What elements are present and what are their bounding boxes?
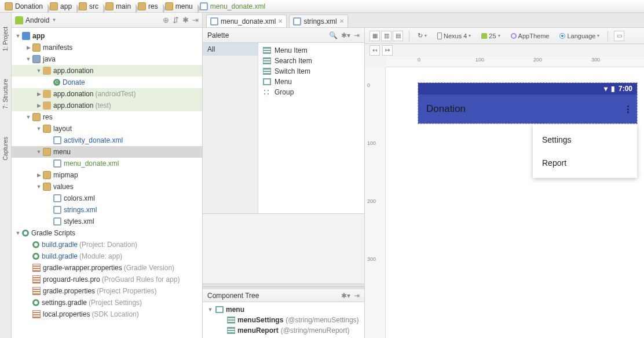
clock-label: 7:00 bbox=[619, 85, 632, 93]
palette-category-all[interactable]: All bbox=[203, 43, 258, 56]
palette-item[interactable]: Group bbox=[261, 87, 362, 97]
tree-node[interactable]: ▶mipmap bbox=[12, 169, 202, 181]
palette-item[interactable]: Search Item bbox=[261, 56, 362, 66]
tree-node[interactable]: local.properties (SDK Location) bbox=[12, 308, 202, 320]
breadcrumb[interactable]: Donationappsrcmainresmenumenu_donate.xml bbox=[0, 0, 644, 13]
component-node[interactable]: ▼menu bbox=[205, 304, 362, 315]
component-tree[interactable]: ▼menumenuSettings (@string/menuSettings)… bbox=[203, 302, 364, 338]
tree-node[interactable]: ▼Gradle Scripts bbox=[12, 227, 202, 239]
tree-node[interactable]: ▶manifests bbox=[12, 42, 202, 53]
api-dropdown[interactable]: 25▾ bbox=[479, 32, 502, 39]
expand-icon[interactable]: ▼ bbox=[25, 114, 31, 120]
gear-icon[interactable]: ✱▾ bbox=[341, 292, 350, 300]
rail-structure[interactable]: 7: Structure bbox=[1, 77, 10, 111]
view-both-icon[interactable]: ▤ bbox=[393, 31, 403, 41]
breadcrumb-item[interactable]: menu_donate.xml bbox=[197, 2, 270, 10]
project-tree[interactable]: ▼app▶manifests▼java▼app.donationCDonate▶… bbox=[12, 28, 202, 338]
hide-icon[interactable]: ⇥ bbox=[354, 31, 360, 39]
xml-icon bbox=[53, 136, 61, 144]
palette-item[interactable]: Menu bbox=[261, 77, 362, 87]
expand-icon[interactable]: ▶ bbox=[25, 45, 31, 50]
gradle-icon bbox=[22, 230, 29, 237]
tree-node[interactable]: settings.gradle (Project Settings) bbox=[12, 297, 202, 308]
overflow-menu[interactable]: SettingsReport bbox=[533, 125, 637, 178]
expand-icon[interactable]: ▶ bbox=[36, 172, 42, 178]
breadcrumb-item[interactable]: Donation bbox=[2, 2, 47, 10]
tree-node[interactable]: gradle-wrapper.properties (Gradle Versio… bbox=[12, 262, 202, 274]
pan-left-icon[interactable]: ↤ bbox=[369, 45, 380, 56]
close-icon[interactable]: ✕ bbox=[339, 18, 344, 24]
breadcrumb-item[interactable]: app bbox=[47, 2, 76, 10]
device-preview[interactable]: ▾ ▮ 7:00 Donation SettingsReport bbox=[418, 82, 638, 124]
tree-node[interactable]: ▼app bbox=[12, 30, 202, 42]
tree-node[interactable]: colors.xml bbox=[12, 192, 202, 204]
hide-icon[interactable]: ⇥ bbox=[354, 292, 360, 300]
tree-node[interactable]: menu_donate.xml bbox=[12, 158, 202, 169]
editor-tabs[interactable]: menu_donate.xml✕strings.xml✕ bbox=[203, 13, 644, 28]
app-title: Donation bbox=[426, 103, 466, 115]
editor-tab[interactable]: strings.xml✕ bbox=[289, 14, 347, 27]
tree-node[interactable]: build.gradle (Module: app) bbox=[12, 250, 202, 262]
tree-node[interactable]: ▶app.donation (androidTest) bbox=[12, 88, 202, 100]
rail-project[interactable]: 1: Project bbox=[1, 24, 10, 53]
expand-icon[interactable]: ▶ bbox=[36, 91, 42, 97]
view-design-icon[interactable]: ▦ bbox=[369, 31, 380, 41]
tree-node[interactable]: strings.xml bbox=[12, 204, 202, 216]
close-icon[interactable]: ✕ bbox=[278, 18, 283, 24]
breadcrumb-item[interactable]: src bbox=[76, 2, 103, 10]
editor-tab[interactable]: menu_donate.xml✕ bbox=[206, 14, 287, 27]
gear-icon[interactable]: ✱▾ bbox=[341, 31, 350, 39]
tree-node[interactable]: ▼layout bbox=[12, 123, 202, 135]
hide-icon[interactable]: ⇥ bbox=[192, 16, 199, 24]
component-node[interactable]: menuSettings (@string/menuSettings) bbox=[205, 315, 362, 325]
tree-node[interactable]: ▼app.donation bbox=[12, 65, 202, 77]
palette-item[interactable]: Menu Item bbox=[261, 45, 362, 56]
collapse-icon[interactable]: ⊕ bbox=[163, 16, 169, 24]
expand-icon[interactable]: ▼ bbox=[36, 68, 42, 74]
theme-dropdown[interactable]: AppTheme bbox=[508, 32, 552, 39]
orientation-dropdown[interactable]: ↻▾ bbox=[415, 32, 429, 39]
tree-node[interactable]: proguard-rules.pro (ProGuard Rules for a… bbox=[12, 274, 202, 285]
component-node[interactable]: menuReport (@string/menuReport) bbox=[205, 325, 362, 336]
menu-item[interactable]: Settings bbox=[533, 128, 637, 151]
view-blueprint-icon[interactable]: ▥ bbox=[381, 31, 391, 41]
expand-icon[interactable]: ▶ bbox=[36, 103, 42, 108]
palette-item-icon bbox=[263, 78, 271, 85]
gradle-icon bbox=[32, 299, 39, 306]
breadcrumb-item[interactable]: menu bbox=[163, 2, 197, 10]
project-view-label[interactable]: Android bbox=[25, 16, 49, 24]
tree-node[interactable]: build.gradle (Project: Donation) bbox=[12, 239, 202, 250]
search-icon[interactable]: 🔍 bbox=[329, 31, 338, 39]
tree-label: layout bbox=[53, 125, 72, 133]
tree-node[interactable]: ▼res bbox=[12, 111, 202, 123]
tree-label: activity_donate.xml bbox=[64, 136, 123, 144]
tree-node[interactable]: gradle.properties (Project Properties) bbox=[12, 285, 202, 297]
expand-icon[interactable]: ▼ bbox=[15, 230, 21, 236]
breadcrumb-item[interactable]: res bbox=[136, 2, 163, 10]
palette-title: Palette bbox=[207, 31, 229, 39]
breadcrumb-item[interactable]: main bbox=[103, 2, 136, 10]
gear-icon[interactable]: ✱ bbox=[182, 16, 189, 24]
palette-item[interactable]: Switch Item bbox=[261, 66, 362, 77]
expand-icon[interactable]: ▼ bbox=[15, 33, 21, 39]
tree-node[interactable]: ▼values bbox=[12, 181, 202, 192]
tree-node[interactable]: ▼java bbox=[12, 53, 202, 65]
expand-icon[interactable]: ▼ bbox=[25, 56, 31, 62]
pan-right-icon[interactable]: ↦ bbox=[382, 45, 393, 56]
language-dropdown[interactable]: Language▾ bbox=[557, 32, 602, 39]
target-icon[interactable]: ⇵ bbox=[173, 16, 179, 24]
menu-item[interactable]: Report bbox=[533, 151, 637, 175]
expand-icon[interactable]: ▼ bbox=[36, 184, 42, 190]
palette-panel: Palette 🔍 ✱▾ ⇥ All Menu ItemSearch ItemS… bbox=[203, 28, 365, 338]
tree-node[interactable]: styles.xml bbox=[12, 216, 202, 227]
overflow-icon[interactable] bbox=[627, 106, 629, 113]
rail-captures[interactable]: Captures bbox=[1, 135, 10, 163]
tree-node[interactable]: ▼menu bbox=[12, 146, 202, 158]
expand-icon[interactable]: ▼ bbox=[36, 149, 42, 155]
expand-icon[interactable]: ▼ bbox=[36, 126, 42, 132]
tree-node[interactable]: CDonate bbox=[12, 77, 202, 88]
layout-variant-icon[interactable]: ▭ bbox=[614, 31, 624, 41]
device-dropdown[interactable]: Nexus 4▾ bbox=[435, 32, 473, 39]
tree-node[interactable]: ▶app.donation (test) bbox=[12, 100, 202, 111]
tree-node[interactable]: activity_donate.xml bbox=[12, 135, 202, 146]
